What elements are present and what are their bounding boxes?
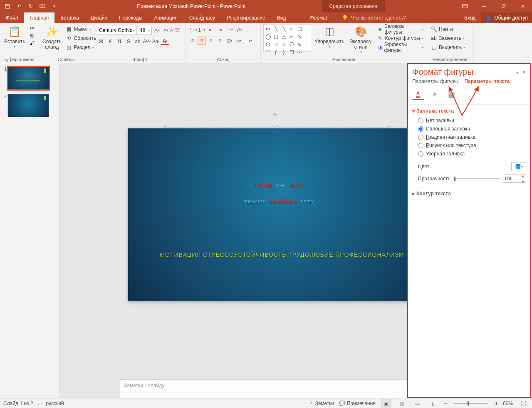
new-slide-button[interactable]: ✨ Создать слайд: [41, 24, 63, 51]
char-spacing-button[interactable]: AV▾: [143, 37, 151, 46]
shape-star-icon[interactable]: ☆: [280, 41, 287, 48]
slide-canvas[interactable]: Почему мне нужно повысить заработную пла…: [128, 128, 435, 301]
paste-button[interactable]: 📋 Вставить ▾: [2, 24, 27, 50]
clear-format-icon[interactable]: A⌫: [171, 26, 179, 34]
smartart-button[interactable]: ⟶▾: [243, 37, 252, 45]
tab-format[interactable]: Формат: [304, 12, 334, 23]
signin-link[interactable]: Вход: [458, 15, 481, 21]
shape-bracket-icon[interactable]: ⎔: [288, 41, 295, 48]
color-picker-button[interactable]: 🪣▾: [511, 162, 526, 171]
radio-solid-fill[interactable]: Сплошная заливка: [418, 125, 526, 133]
justify-button[interactable]: ≡: [216, 37, 224, 45]
copy-icon[interactable]: ⎘: [29, 32, 35, 39]
text-effects-icon[interactable]: A: [429, 88, 440, 100]
title-textbox[interactable]: Почему мне нужно повысить заработную пла…: [166, 174, 391, 216]
pane-options-icon[interactable]: ▾: [516, 70, 518, 75]
transparency-slider[interactable]: [454, 178, 500, 179]
qat-more-icon[interactable]: ▾: [51, 3, 57, 10]
thumbnail-2[interactable]: 2: [2, 94, 57, 117]
reading-view-icon[interactable]: ▭: [412, 399, 423, 408]
shape-rect2-icon[interactable]: ▢: [296, 25, 303, 32]
tab-text-options[interactable]: Параметры текста: [464, 79, 510, 84]
shape-rect-icon[interactable]: ▭: [265, 25, 271, 32]
shadow-button[interactable]: ab: [134, 37, 142, 46]
reset-button[interactable]: ⟲Сбросить: [65, 34, 97, 42]
zoom-out-icon[interactable]: −: [444, 401, 447, 406]
collapse-ribbon-icon[interactable]: ⌃: [526, 56, 530, 60]
text-fill-outline-icon[interactable]: A: [412, 88, 424, 100]
align-center-button[interactable]: ≡: [198, 37, 206, 45]
shape-brace2-icon[interactable]: }: [280, 49, 287, 56]
find-button[interactable]: 🔍Найти: [430, 25, 466, 33]
align-left-button[interactable]: ≡: [188, 37, 197, 45]
maximize-button[interactable]: 🗗: [494, 0, 513, 12]
zoom-in-icon[interactable]: +: [495, 401, 498, 406]
fit-to-window-icon[interactable]: ⛶: [518, 399, 529, 408]
radio-gradient-fill[interactable]: Градиентная заливка: [418, 133, 526, 141]
shape-fill-button[interactable]: ◆Заливка фигуры▾: [376, 25, 424, 33]
normal-view-icon[interactable]: ▣: [381, 399, 391, 408]
shape-line2-icon[interactable]: ╲: [280, 25, 287, 32]
shape-arc-icon[interactable]: ⌒: [265, 49, 271, 56]
shape-curve-icon[interactable]: ∿: [296, 41, 303, 48]
comments-toggle[interactable]: 💬 Примечания: [339, 401, 376, 406]
radio-pattern-fill[interactable]: Узорная заливка: [418, 150, 526, 158]
shape-more-icon[interactable]: ⋯: [296, 49, 303, 56]
subtitle-textbox[interactable]: МОТИВАЦИЯ СТРЕССОУСТОЙЧИВОСТЬ ТРУДОЛЮБИЕ…: [149, 251, 415, 258]
close-button[interactable]: ✕: [513, 0, 532, 12]
font-name-combo[interactable]: Century Gothic▾: [97, 26, 137, 35]
cut-icon[interactable]: ✂: [29, 25, 35, 32]
align-right-button[interactable]: ≡: [207, 37, 215, 45]
save-icon[interactable]: [4, 3, 11, 10]
transparency-input[interactable]: 0%▴▾: [503, 175, 526, 183]
section-button[interactable]: ▤Раздел▾: [65, 43, 97, 52]
increase-indent-button[interactable]: ⇥: [216, 26, 224, 34]
textbox-icon[interactable]: ▤: [445, 88, 457, 100]
font-color-button[interactable]: A▾: [161, 38, 169, 45]
shape-brace-icon[interactable]: {: [272, 49, 279, 56]
shrink-font-icon[interactable]: A▾: [162, 26, 170, 34]
radio-no-fill[interactable]: Нет заливки: [418, 116, 526, 125]
ribbon-display-icon[interactable]: [455, 0, 475, 12]
tab-review[interactable]: Рецензирование: [221, 12, 271, 23]
shape-arrow3-icon[interactable]: ⇨: [272, 41, 279, 48]
decrease-indent-button[interactable]: ⇤: [207, 26, 215, 34]
align-text-button[interactable]: ▭▾: [234, 37, 242, 45]
italic-button[interactable]: К: [106, 37, 114, 46]
tab-transitions[interactable]: Переходы: [113, 12, 148, 23]
layout-button[interactable]: ▦Макет▾: [65, 25, 97, 33]
tab-design[interactable]: Дизайн: [85, 12, 113, 23]
format-painter-icon[interactable]: 🖌: [29, 40, 35, 47]
shape-effects-button[interactable]: ◑Эффекты фигуры▾: [376, 43, 424, 52]
shape-outline-button[interactable]: ✎Контур фигуры▾: [376, 34, 424, 42]
shape-arrow-icon[interactable]: ⌐: [288, 33, 295, 40]
share-button[interactable]: 👤 Общий доступ: [481, 12, 532, 23]
shapes-gallery[interactable]: ▭╲╲⌐▢◯▢ △⌐↘⬡⇨☆⎔ ∿⌒{}☐⋯: [263, 24, 311, 52]
grow-font-icon[interactable]: A▴: [153, 26, 161, 34]
tab-view[interactable]: Вид: [271, 12, 292, 23]
notes-toggle[interactable]: ≐ Заметки: [309, 401, 334, 406]
replace-button[interactable]: abЗаменить▾: [430, 34, 466, 42]
radio-picture-fill[interactable]: Рисунок или текстура: [418, 141, 526, 150]
tab-animation[interactable]: Анимация: [148, 12, 183, 23]
redo-icon[interactable]: ↻: [27, 3, 34, 10]
minimize-button[interactable]: ─: [475, 0, 494, 12]
tell-me-box[interactable]: 💡 Что вы хотите сделать?: [334, 15, 458, 21]
thumbnail-1[interactable]: 1 Почему мне нужноповысить заработную пл…: [2, 66, 57, 90]
shape-arrow2-icon[interactable]: ↘: [296, 33, 303, 40]
section-text-fill-header[interactable]: ▾Заливка текста: [412, 108, 526, 114]
start-slideshow-icon[interactable]: [39, 3, 46, 10]
select-button[interactable]: ⬚Выделить▾: [430, 43, 466, 52]
undo-icon[interactable]: ↶: [16, 3, 22, 10]
shape-callout-icon[interactable]: ☐: [288, 49, 295, 56]
shape-connector-icon[interactable]: ⌐: [288, 25, 295, 32]
text-direction-button[interactable]: ↕A▾: [234, 26, 242, 34]
tab-shape-options[interactable]: Параметры фигуры: [412, 79, 458, 84]
line-spacing-button[interactable]: ‡≡▾: [225, 26, 233, 34]
sorter-view-icon[interactable]: ▦: [396, 399, 407, 408]
shape-oval-icon[interactable]: ◯: [265, 33, 271, 40]
change-case-button[interactable]: Aa▾: [152, 37, 160, 46]
zoom-level[interactable]: 60%: [503, 401, 513, 406]
zoom-slider[interactable]: [454, 403, 487, 404]
shape-hex-icon[interactable]: ⬡: [265, 41, 271, 48]
